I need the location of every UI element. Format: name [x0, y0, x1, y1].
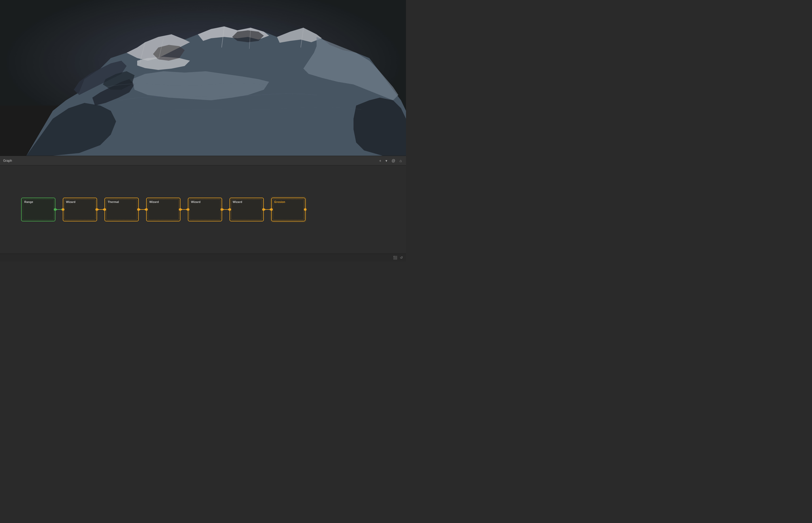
- input-dot-wizard3: [187, 208, 189, 211]
- node-container-wizard3: Wizard: [188, 198, 222, 221]
- input-dot-erosion: [270, 208, 273, 211]
- terrain-visualization: [0, 0, 406, 156]
- add-button[interactable]: +: [378, 158, 382, 163]
- node-container-range: Range: [21, 198, 55, 221]
- node-range[interactable]: Range: [21, 198, 55, 221]
- status-icon-1[interactable]: ⬛: [393, 256, 397, 260]
- node-label-thermal: Thermal: [108, 200, 119, 203]
- node-container-wizard4: Wizard: [229, 198, 264, 221]
- graph-panel: Graph + ▾ @ ⌂ Range Wizard: [0, 156, 406, 262]
- node-container-wizard1: Wizard: [63, 198, 97, 221]
- input-dot-wizard2: [145, 208, 148, 211]
- node-container-thermal: Thermal: [105, 198, 139, 221]
- status-icon-2[interactable]: ↺: [400, 256, 403, 260]
- node-wizard3[interactable]: Wizard: [188, 198, 222, 221]
- graph-title: Graph: [3, 159, 12, 163]
- input-dot-wizard4: [228, 208, 231, 211]
- node-label-wizard2: Wizard: [149, 200, 159, 203]
- input-dot-wizard1: [62, 208, 64, 211]
- graph-header: Graph + ▾ @ ⌂: [0, 156, 406, 165]
- input-dot-thermal: [104, 208, 106, 211]
- node-erosion[interactable]: Erosion: [271, 198, 306, 221]
- status-bar: ⬛ ↺: [0, 254, 406, 262]
- node-label-range: Range: [24, 200, 33, 203]
- node-label-wizard1: Wizard: [66, 200, 75, 203]
- svg-rect-22: [0, 0, 406, 156]
- node-wizard4[interactable]: Wizard: [229, 198, 264, 221]
- home-button[interactable]: ⌂: [399, 158, 403, 163]
- node-container-erosion: Erosion: [271, 198, 306, 221]
- at-button[interactable]: @: [390, 158, 396, 163]
- node-label-wizard4: Wizard: [233, 200, 242, 203]
- viewport: [0, 0, 406, 156]
- node-container-wizard2: Wizard: [146, 198, 181, 221]
- node-thermal[interactable]: Thermal: [105, 198, 139, 221]
- header-controls: + ▾ @ ⌂: [378, 158, 403, 163]
- dropdown-button[interactable]: ▾: [384, 158, 388, 163]
- node-label-erosion: Erosion: [274, 200, 285, 203]
- node-label-wizard3: Wizard: [191, 200, 201, 203]
- node-wizard1[interactable]: Wizard: [63, 198, 97, 221]
- output-dot-erosion: [304, 208, 307, 211]
- node-wizard2[interactable]: Wizard: [146, 198, 181, 221]
- graph-canvas: Range Wizard Thermal: [0, 165, 406, 254]
